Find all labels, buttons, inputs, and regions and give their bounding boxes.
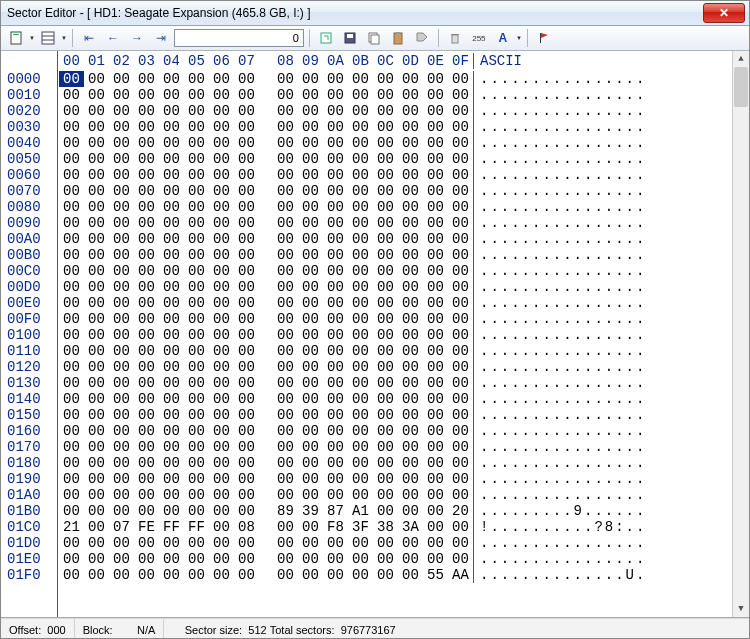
hex-byte[interactable]: 00: [84, 87, 109, 103]
hex-byte[interactable]: 00: [109, 199, 134, 215]
hex-byte[interactable]: 00: [159, 279, 184, 295]
hex-byte[interactable]: 00: [134, 87, 159, 103]
hex-byte[interactable]: 00: [298, 519, 323, 535]
hex-byte[interactable]: 00: [323, 375, 348, 391]
hex-byte[interactable]: 00: [59, 487, 84, 503]
hex-byte[interactable]: 00: [373, 295, 398, 311]
hex-byte[interactable]: 00: [59, 359, 84, 375]
hex-byte[interactable]: 00: [84, 487, 109, 503]
hex-byte[interactable]: 00: [273, 471, 298, 487]
hex-byte[interactable]: 00: [134, 455, 159, 471]
row-ascii[interactable]: ................: [473, 535, 646, 551]
row-ascii[interactable]: ................: [473, 551, 646, 567]
hex-byte[interactable]: 00: [398, 87, 423, 103]
hex-byte[interactable]: 00: [134, 503, 159, 519]
hex-row[interactable]: 00B000000000000000000000000000000000....…: [1, 247, 749, 263]
hex-byte[interactable]: 00: [84, 471, 109, 487]
dropdown-icon[interactable]: ▼: [29, 35, 35, 41]
hex-byte[interactable]: 00: [184, 375, 209, 391]
row-ascii[interactable]: ................: [473, 359, 646, 375]
hex-byte[interactable]: 00: [184, 87, 209, 103]
hex-byte[interactable]: 00: [373, 151, 398, 167]
hex-byte[interactable]: 00: [234, 359, 259, 375]
hex-byte[interactable]: 00: [348, 199, 373, 215]
hex-row[interactable]: 015000000000000000000000000000000000....…: [1, 407, 749, 423]
hex-byte[interactable]: A1: [348, 503, 373, 519]
hex-byte[interactable]: 00: [159, 215, 184, 231]
hex-byte[interactable]: 00: [134, 199, 159, 215]
hex-row[interactable]: 005000000000000000000000000000000000....…: [1, 151, 749, 167]
hex-byte[interactable]: 00: [234, 295, 259, 311]
hex-byte[interactable]: 00: [184, 295, 209, 311]
hex-byte[interactable]: F8: [323, 519, 348, 535]
hex-byte[interactable]: 00: [273, 295, 298, 311]
hex-byte[interactable]: 00: [373, 183, 398, 199]
hex-byte[interactable]: 00: [448, 455, 473, 471]
hex-byte[interactable]: 00: [84, 551, 109, 567]
hex-byte[interactable]: 00: [398, 295, 423, 311]
row-ascii[interactable]: ................: [473, 103, 646, 119]
hex-byte[interactable]: 00: [273, 183, 298, 199]
hex-byte[interactable]: 00: [298, 215, 323, 231]
hex-byte[interactable]: 00: [323, 167, 348, 183]
hex-byte[interactable]: 00: [59, 263, 84, 279]
hex-byte[interactable]: 00: [448, 519, 473, 535]
hex-byte[interactable]: 00: [59, 407, 84, 423]
row-ascii[interactable]: ................: [473, 455, 646, 471]
hex-byte[interactable]: 00: [59, 199, 84, 215]
row-ascii[interactable]: ................: [473, 487, 646, 503]
hex-byte[interactable]: 00: [323, 343, 348, 359]
hex-row[interactable]: 01C0210007FEFFFF00080000F83F383A0000!...…: [1, 519, 749, 535]
hex-byte[interactable]: 00: [423, 103, 448, 119]
hex-byte[interactable]: 00: [298, 359, 323, 375]
hex-byte[interactable]: 00: [448, 359, 473, 375]
hex-byte[interactable]: 00: [398, 119, 423, 135]
hex-byte[interactable]: 00: [59, 455, 84, 471]
hex-byte[interactable]: 00: [298, 119, 323, 135]
hex-byte[interactable]: 00: [59, 551, 84, 567]
hex-byte[interactable]: 00: [234, 71, 259, 87]
hex-byte[interactable]: 00: [348, 439, 373, 455]
row-bytes[interactable]: 00000000000000000000000000000000: [59, 87, 473, 103]
hex-byte[interactable]: 00: [109, 103, 134, 119]
hex-byte[interactable]: 00: [134, 535, 159, 551]
hex-byte[interactable]: 00: [323, 487, 348, 503]
hex-byte[interactable]: 00: [159, 423, 184, 439]
hex-byte[interactable]: 00: [109, 231, 134, 247]
hex-byte[interactable]: 00: [184, 247, 209, 263]
hex-byte[interactable]: 00: [423, 503, 448, 519]
hex-byte[interactable]: 00: [234, 391, 259, 407]
hex-byte[interactable]: 00: [84, 311, 109, 327]
hex-byte[interactable]: 00: [134, 135, 159, 151]
hex-byte[interactable]: 00: [298, 311, 323, 327]
hex-byte[interactable]: 00: [373, 407, 398, 423]
hex-byte[interactable]: 00: [234, 535, 259, 551]
hex-byte[interactable]: 00: [84, 215, 109, 231]
row-ascii[interactable]: ................: [473, 247, 646, 263]
hex-byte[interactable]: 00: [234, 103, 259, 119]
hex-byte[interactable]: 00: [134, 327, 159, 343]
hex-row[interactable]: 006000000000000000000000000000000000....…: [1, 167, 749, 183]
hex-byte[interactable]: 00: [298, 471, 323, 487]
next-button[interactable]: →: [126, 28, 148, 48]
row-bytes[interactable]: 00000000000000000000000000000000: [59, 231, 473, 247]
hex-row[interactable]: 001000000000000000000000000000000000....…: [1, 87, 749, 103]
hex-row[interactable]: 016000000000000000000000000000000000....…: [1, 423, 749, 439]
row-bytes[interactable]: 00000000000000000000000000000000: [59, 407, 473, 423]
hex-byte[interactable]: 21: [59, 519, 84, 535]
hex-row[interactable]: 009000000000000000000000000000000000....…: [1, 215, 749, 231]
hex-byte[interactable]: 00: [84, 103, 109, 119]
hex-byte[interactable]: 00: [134, 487, 159, 503]
row-ascii[interactable]: .........9......: [473, 503, 646, 519]
hex-byte[interactable]: 00: [323, 279, 348, 295]
hex-byte[interactable]: 00: [448, 151, 473, 167]
hex-byte[interactable]: 00: [398, 103, 423, 119]
hex-byte[interactable]: 00: [348, 567, 373, 583]
ascii-button[interactable]: 255: [468, 28, 490, 48]
hex-byte[interactable]: 00: [59, 343, 84, 359]
hex-byte[interactable]: 00: [273, 103, 298, 119]
hex-row[interactable]: 011000000000000000000000000000000000....…: [1, 343, 749, 359]
hex-byte[interactable]: 00: [234, 119, 259, 135]
hex-byte[interactable]: 00: [398, 151, 423, 167]
hex-byte[interactable]: 00: [448, 71, 473, 87]
